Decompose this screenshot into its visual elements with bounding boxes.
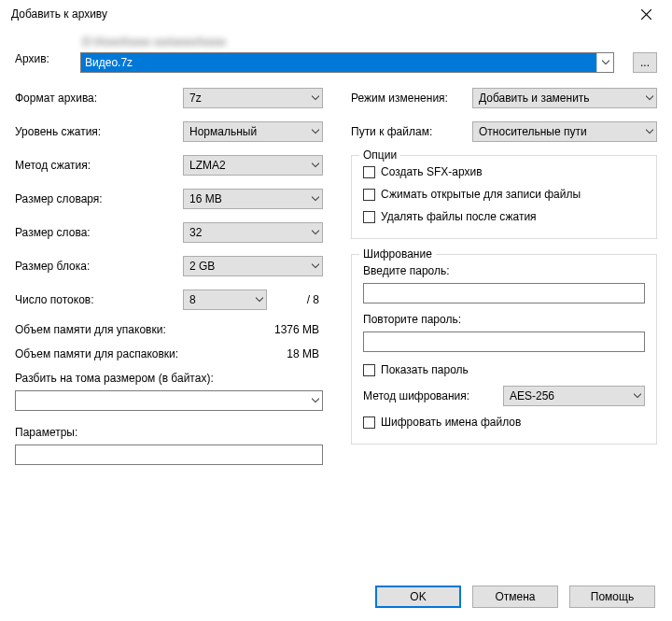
block-label: Размер блока: bbox=[15, 260, 183, 273]
options-legend: Опции bbox=[359, 148, 400, 162]
chevron-down-icon bbox=[312, 230, 319, 235]
level-label: Уровень сжатия: bbox=[15, 125, 183, 138]
params-input[interactable] bbox=[15, 445, 323, 465]
chevron-down-icon bbox=[312, 162, 319, 168]
options-group: Опции Создать SFX-архив Сжимать открытые… bbox=[351, 155, 657, 239]
block-dropdown[interactable]: 2 GB bbox=[183, 256, 323, 276]
format-label: Формат архива: bbox=[15, 92, 183, 105]
encnames-checkbox[interactable] bbox=[363, 416, 375, 429]
shared-label: Сжимать открытые для записи файлы bbox=[381, 188, 581, 201]
password-label: Введите пароль: bbox=[363, 264, 645, 277]
footer-buttons: OK Отмена Помощь bbox=[375, 586, 655, 608]
encryption-group: Шифрование Введите пароль: Повторите пар… bbox=[351, 254, 657, 445]
chevron-down-icon bbox=[312, 263, 319, 269]
paths-dropdown[interactable]: Относительные пути bbox=[472, 121, 657, 142]
word-label: Размер слова: bbox=[15, 226, 183, 239]
help-button[interactable]: Помощь bbox=[569, 586, 655, 608]
level-dropdown[interactable]: Нормальный bbox=[183, 121, 323, 142]
repassword-input[interactable] bbox=[363, 332, 645, 352]
delete-label: Удалять файлы после сжатия bbox=[381, 210, 537, 223]
password-input[interactable] bbox=[363, 283, 645, 303]
paths-label: Пути к файлам: bbox=[351, 125, 472, 138]
word-dropdown[interactable]: 32 bbox=[183, 222, 323, 243]
chevron-down-icon bbox=[312, 129, 319, 134]
update-label: Режим изменения: bbox=[351, 92, 472, 105]
mem-pack-value: 1376 MB bbox=[274, 323, 319, 336]
method-dropdown[interactable]: LZMA2 bbox=[183, 155, 323, 176]
params-label: Параметры: bbox=[15, 426, 323, 439]
showpass-label: Показать пароль bbox=[381, 363, 469, 376]
chevron-down-icon[interactable] bbox=[312, 398, 319, 403]
archive-filename-input[interactable] bbox=[81, 53, 596, 72]
update-dropdown[interactable]: Добавить и заменить bbox=[472, 88, 657, 108]
dict-dropdown[interactable]: 16 MB bbox=[183, 189, 323, 209]
threads-label: Число потоков: bbox=[15, 293, 183, 306]
repassword-label: Повторите пароль: bbox=[363, 313, 645, 326]
encmethod-label: Метод шифрования: bbox=[363, 389, 503, 402]
mem-unpack-label: Объем памяти для распаковки: bbox=[15, 347, 178, 360]
chevron-down-icon bbox=[312, 95, 319, 101]
chevron-down-icon bbox=[312, 196, 319, 202]
sfx-checkbox[interactable] bbox=[363, 166, 375, 178]
archive-label: Архив: bbox=[15, 35, 62, 65]
archive-path: D:\XxxxXxxxx xxx\xxxxXxxxx bbox=[80, 35, 614, 49]
chevron-down-icon bbox=[646, 129, 653, 134]
close-button[interactable] bbox=[627, 1, 665, 27]
threads-dropdown[interactable]: 8 bbox=[183, 289, 267, 310]
ok-button[interactable]: OK bbox=[375, 586, 461, 608]
shared-checkbox[interactable] bbox=[363, 189, 375, 201]
archive-filename-combo[interactable] bbox=[80, 52, 614, 73]
dict-label: Размер словаря: bbox=[15, 192, 183, 205]
chevron-down-icon bbox=[646, 95, 653, 101]
browse-button[interactable]: ... bbox=[633, 52, 657, 73]
mem-pack-label: Объем памяти для упаковки: bbox=[15, 323, 166, 336]
chevron-down-icon bbox=[634, 393, 641, 399]
chevron-down-icon[interactable] bbox=[596, 53, 613, 72]
encmethod-dropdown[interactable]: AES-256 bbox=[503, 386, 645, 406]
split-input[interactable] bbox=[15, 390, 323, 411]
window-title: Добавить к архиву bbox=[11, 7, 107, 21]
format-dropdown[interactable]: 7z bbox=[183, 88, 323, 108]
cancel-button[interactable]: Отмена bbox=[472, 586, 558, 608]
showpass-checkbox[interactable] bbox=[363, 364, 375, 376]
delete-checkbox[interactable] bbox=[363, 211, 375, 223]
split-label: Разбить на тома размером (в байтах): bbox=[15, 372, 323, 385]
threads-max: / 8 bbox=[307, 293, 323, 306]
encnames-label: Шифровать имена файлов bbox=[381, 416, 521, 429]
sfx-label: Создать SFX-архив bbox=[381, 165, 483, 178]
chevron-down-icon bbox=[256, 297, 263, 303]
method-label: Метод сжатия: bbox=[15, 159, 183, 172]
mem-unpack-value: 18 MB bbox=[287, 347, 319, 360]
encryption-legend: Шифрование bbox=[359, 247, 436, 261]
close-icon bbox=[641, 9, 651, 20]
titlebar: Добавить к архиву bbox=[0, 0, 672, 28]
